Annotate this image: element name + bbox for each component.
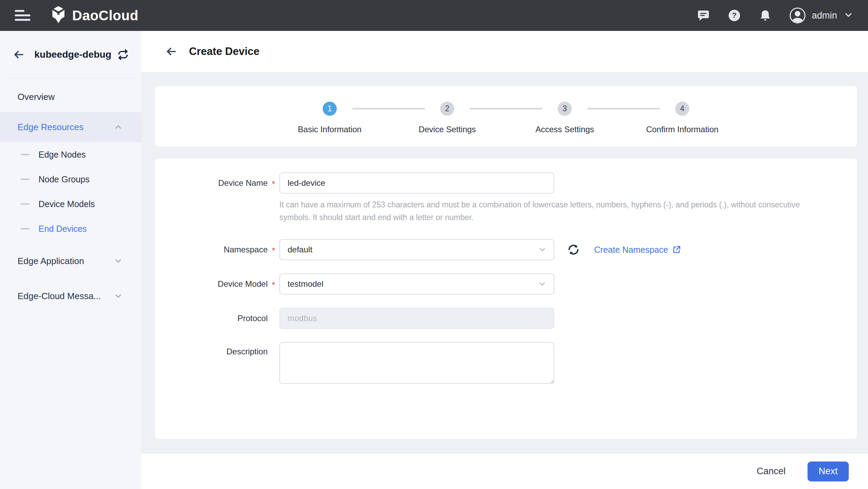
chevron-down-icon xyxy=(538,280,547,288)
step-connector xyxy=(587,108,660,110)
step-basic-information: 1 Basic Information xyxy=(308,102,352,134)
required-asterisk: * xyxy=(268,244,279,255)
device-name-row: Device Name * xyxy=(155,172,857,194)
chevron-up-icon xyxy=(113,122,123,132)
daocloud-logo-icon xyxy=(50,6,67,25)
sidebar-item-overview[interactable]: Overview xyxy=(0,82,142,112)
namespace-label: Namespace xyxy=(158,245,268,254)
namespace-selected-value: default xyxy=(288,245,312,254)
help-icon[interactable]: ? xyxy=(728,9,741,22)
step-circle-4: 4 xyxy=(675,102,689,116)
avatar xyxy=(790,8,805,23)
workspace-back-icon[interactable] xyxy=(12,48,25,61)
description-input[interactable] xyxy=(279,342,554,384)
external-link-icon xyxy=(672,245,681,254)
footer-actions: Cancel Next xyxy=(142,453,868,489)
device-model-row: Device Model * testmodel xyxy=(155,273,857,295)
required-asterisk: * xyxy=(268,177,279,189)
workspace-header: kubeedge-debug xyxy=(0,31,142,78)
chevron-down-icon xyxy=(538,245,547,254)
user-menu[interactable]: admin xyxy=(790,8,854,23)
chevron-down-icon xyxy=(843,10,854,21)
wizard-stepper: 1 Basic Information 2 Device Settings 3 … xyxy=(155,86,857,147)
dash-icon xyxy=(21,203,30,205)
sidebar-item-edge-nodes[interactable]: Edge Nodes xyxy=(0,142,142,167)
dash-icon xyxy=(21,228,30,229)
protocol-row: Protocol xyxy=(155,308,857,329)
required-spacer xyxy=(268,317,279,319)
sidebar-item-edge-resources[interactable]: Edge Resources xyxy=(0,112,142,142)
protocol-label: Protocol xyxy=(158,314,268,323)
sidebar-item-edge-application[interactable]: Edge Application xyxy=(0,246,142,276)
step-circle-2: 2 xyxy=(440,102,454,116)
next-button[interactable]: Next xyxy=(808,462,849,481)
sidebar-item-device-models[interactable]: Device Models xyxy=(0,192,142,216)
required-spacer xyxy=(268,342,279,344)
device-name-input[interactable] xyxy=(279,172,554,194)
sidebar-item-end-devices[interactable]: End Devices xyxy=(0,216,142,241)
step-circle-1: 1 xyxy=(323,102,337,116)
step-access-settings: 3 Access Settings xyxy=(543,102,587,134)
back-icon[interactable] xyxy=(165,45,177,58)
dash-icon xyxy=(21,154,30,155)
device-model-selected-value: testmodel xyxy=(288,279,323,289)
step-device-settings: 2 Device Settings xyxy=(425,102,470,134)
menu-icon[interactable] xyxy=(14,9,30,22)
notifications-icon[interactable] xyxy=(759,9,772,22)
brand-logo[interactable]: DaoCloud xyxy=(50,6,138,25)
step-connector xyxy=(352,108,425,110)
description-label: Description xyxy=(158,342,268,356)
chevron-down-icon xyxy=(113,256,123,266)
switch-workspace-icon[interactable] xyxy=(117,48,129,61)
messages-icon[interactable] xyxy=(697,9,710,22)
step-confirm-information: 4 Confirm Information xyxy=(660,102,705,134)
sidebar-nav: Overview Edge Resources Edge Nodes Node … xyxy=(0,78,142,311)
svg-text:?: ? xyxy=(732,11,737,20)
topbar-actions: ? admin xyxy=(697,8,854,23)
content: 1 Basic Information 2 Device Settings 3 … xyxy=(142,72,868,439)
create-device-form: Device Name * It can have a maximum of 2… xyxy=(155,159,857,439)
device-model-select[interactable]: testmodel xyxy=(279,273,554,295)
page-title: Create Device xyxy=(189,45,259,58)
description-row: Description xyxy=(155,342,857,384)
refresh-icon[interactable] xyxy=(567,243,580,257)
dash-icon xyxy=(21,179,30,180)
step-connector xyxy=(470,108,543,110)
chevron-down-icon xyxy=(113,291,123,301)
sidebar-item-edge-cloud-message[interactable]: Edge-Cloud Messa... xyxy=(0,281,142,311)
step-circle-3: 3 xyxy=(558,102,572,116)
namespace-extras: Create Namespace xyxy=(554,243,681,257)
required-asterisk: * xyxy=(268,278,279,290)
namespace-row: Namespace * default xyxy=(155,239,857,260)
namespace-select[interactable]: default xyxy=(279,239,554,260)
main-area: Create Device 1 Basic Information 2 Devi… xyxy=(142,31,868,489)
cancel-button[interactable]: Cancel xyxy=(757,466,786,477)
sidebar: kubeedge-debug Overview Edge Resources xyxy=(0,31,142,489)
protocol-input xyxy=(279,308,554,329)
device-name-help: It can have a maximum of 253 characters … xyxy=(279,198,829,224)
page-header: Create Device xyxy=(142,31,868,72)
create-namespace-link[interactable]: Create Namespace xyxy=(594,245,681,255)
sidebar-item-node-groups[interactable]: Node Groups xyxy=(0,167,142,192)
workspace-name: kubeedge-debug xyxy=(34,49,117,60)
device-model-label: Device Model xyxy=(158,279,268,289)
topbar: DaoCloud ? admin xyxy=(0,0,868,31)
device-name-label: Device Name xyxy=(158,178,268,188)
username: admin xyxy=(812,10,837,21)
brand-name: DaoCloud xyxy=(72,8,138,23)
